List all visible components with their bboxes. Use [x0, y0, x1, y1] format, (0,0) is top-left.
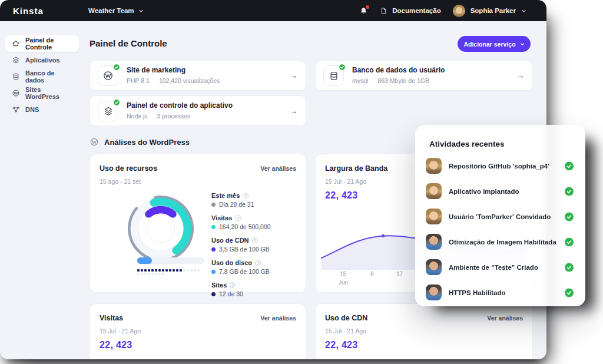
database-icon: [12, 72, 20, 81]
cdn-usage-card: Uso de CDN Ver análises 15 Jul - 21 Ago …: [315, 303, 533, 359]
resource-legend: Este mês? Dia 28 de 31 Visitas? 164,20 d…: [211, 192, 271, 304]
legend-dot: [211, 225, 216, 229]
document-icon: [380, 6, 387, 15]
chevron-down-icon: [521, 8, 526, 14]
card-title: Largura de Banda: [325, 164, 387, 173]
arrow-right-icon[interactable]: →: [516, 71, 524, 80]
service-runtime: mysql: [352, 77, 368, 84]
help-icon[interactable]: ?: [243, 193, 249, 198]
kinsta-logo: Kinsta: [13, 6, 44, 16]
date-range: 15 Jul - 21 Ago: [325, 178, 366, 185]
legend-item: Uso de CDN? 3,5 GB de 100 GB: [211, 237, 271, 253]
view-analytics-link[interactable]: Ver análises: [260, 315, 296, 322]
legend-item: Uso do disco? 7.8 GB de 100 GB: [211, 259, 271, 275]
service-tile: [323, 65, 344, 86]
help-icon[interactable]: ?: [255, 260, 261, 266]
activity-item: HTTPS Habilitado: [415, 280, 585, 305]
help-icon[interactable]: ?: [252, 237, 258, 243]
activity-avatar: [426, 158, 442, 174]
help-icon[interactable]: ?: [230, 282, 236, 288]
legend-value: 12 de 30: [219, 290, 243, 297]
activity-label: Ambiente de "Teste" Criado: [449, 264, 538, 271]
tick-month-label: Jun: [339, 279, 348, 286]
sites-dash-bar: [137, 269, 202, 275]
legend-item: Visitas? 164,20 de 500,000: [211, 214, 271, 230]
legend-dot: [211, 247, 216, 252]
sidebar: Painel de Controle Aplicativos Banco de …: [0, 21, 84, 359]
arrow-right-icon[interactable]: →: [290, 71, 297, 80]
service-stat: 102,420 visualizações: [159, 77, 220, 84]
service-title: Painel de controle do aplicativo: [127, 101, 233, 110]
service-tile: [98, 65, 118, 86]
help-icon[interactable]: ?: [235, 215, 241, 221]
service-card-marketing-site[interactable]: Site de marketing PHP 8.1 102,420 visual…: [90, 60, 306, 91]
add-service-label: Adicionar serviço: [463, 41, 515, 48]
sidebar-item-label: Sites WordPress: [25, 86, 72, 100]
popup-title: Atividades recentes: [429, 140, 505, 148]
service-meta: Node.js 3 processos: [127, 112, 190, 120]
legend-dot: [211, 203, 216, 207]
activity-avatar: [426, 259, 442, 275]
service-meta: mysql 863 Mbyte de 1GB: [352, 77, 429, 84]
check-icon: [565, 187, 574, 196]
legend-label: Visitas: [211, 214, 232, 221]
documentation-link[interactable]: Documentação: [380, 6, 440, 15]
activity-item: Otimização de Imagem Habilitada: [415, 229, 585, 254]
sidebar-item-label: DNS: [25, 106, 39, 113]
recent-activities-popup: Atividades recentes Repositório GitHub '…: [415, 125, 585, 306]
view-analytics-link[interactable]: Ver análises: [487, 315, 523, 322]
resource-donut-chart: [124, 192, 197, 265]
sidebar-item-databases[interactable]: Banco de dados: [5, 68, 79, 85]
sidebar-item-wordpress-sites[interactable]: Sites WordPress: [5, 85, 79, 101]
activity-label: Usuário 'TomParker' Convidado: [449, 213, 551, 220]
service-stat: 3 processos: [157, 112, 191, 120]
service-tile: [98, 101, 118, 121]
add-service-button[interactable]: Adicionar serviço: [458, 36, 531, 52]
team-switcher[interactable]: Weather Team: [88, 7, 144, 14]
activity-item: Repositório GitHub 'sophia_p4': [415, 153, 585, 178]
wordpress-icon: [102, 70, 114, 81]
sidebar-item-dns[interactable]: DNS: [5, 101, 79, 118]
chevron-down-icon: [138, 8, 144, 14]
resource-usage-card: Uso de recursos Ver análises 15 ago - 21…: [90, 154, 306, 293]
bandwidth-value: 22, 423: [325, 190, 357, 201]
legend-label: Este mês: [211, 192, 240, 199]
legend-item: Este mês? Dia 28 de 31: [211, 192, 271, 208]
legend-value: 3,5 GB de 100 GB: [219, 246, 270, 253]
view-analytics-link[interactable]: Ver análises: [260, 165, 296, 172]
page-title: Painel de Controle: [90, 38, 167, 48]
status-ok-icon: [113, 99, 120, 106]
check-icon: [565, 161, 574, 170]
activity-label: HTTPS Habilitado: [449, 289, 505, 296]
wordpress-analytics-heading: Análises do WordPress: [90, 137, 190, 147]
notifications-button[interactable]: [359, 6, 368, 15]
visits-card: Visitas Ver análises 15 Jul - 21 Ago 22,…: [90, 303, 306, 359]
service-card-user-database[interactable]: Banco de dados do usuário mysql 863 Mbyt…: [315, 60, 533, 91]
user-avatar: [453, 5, 465, 17]
screenshot-stage: Kinsta Weather Team Documentação Sophia …: [0, 0, 603, 364]
sidebar-item-label: Painel de Controle: [25, 37, 72, 51]
chart-marker-dot: [382, 234, 385, 237]
sidebar-item-applications[interactable]: Aplicativos: [5, 52, 79, 68]
legend-dot: [211, 270, 216, 274]
sidebar-item-label: Aplicativos: [25, 57, 60, 64]
legend-label: Sites: [211, 282, 227, 289]
service-card-app-dashboard[interactable]: Painel de controle do aplicativo Node.js…: [90, 95, 306, 126]
legend-label: Uso do disco: [211, 259, 252, 266]
activity-label: Otimização de Imagem Habilitada: [449, 239, 556, 246]
arrow-right-icon[interactable]: →: [290, 107, 297, 115]
sidebar-item-dashboard[interactable]: Painel de Controle: [5, 35, 79, 52]
user-menu[interactable]: Sophia Parker: [453, 5, 526, 17]
cdn-value: 22, 423: [325, 340, 357, 350]
disk-usage-fill: [137, 257, 152, 264]
legend-label: Uso de CDN: [211, 237, 249, 244]
documentation-label: Documentação: [392, 7, 440, 14]
activity-list: Repositório GitHub 'sophia_p4' Aplicativ…: [415, 153, 585, 305]
notification-dot: [366, 5, 369, 9]
wordpress-icon: [12, 89, 20, 97]
legend-value: 164,20 de 500,000: [219, 223, 271, 230]
activity-avatar: [426, 183, 442, 199]
check-icon: [565, 212, 574, 221]
service-meta: PHP 8.1 102,420 visualizações: [127, 77, 220, 84]
date-range: 15 Jul - 21 Ago: [100, 327, 141, 335]
